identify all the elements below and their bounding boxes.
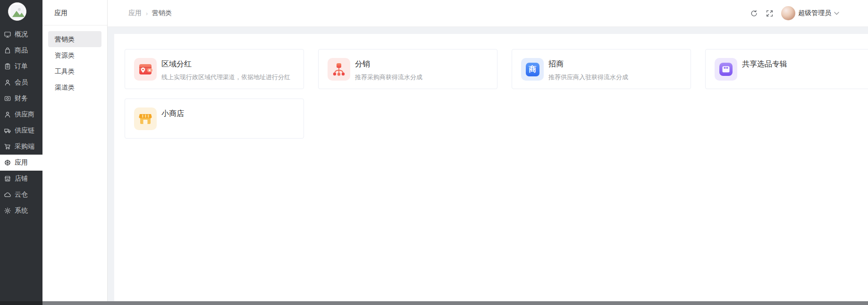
sidebar-item-procurement[interactable]: 采购端 (0, 139, 42, 155)
app-card-shared-selection-album[interactable]: 共享选品专辑 (705, 49, 868, 89)
topbar: 应用 › 营销类 超级管理员 (108, 0, 868, 27)
content-panel: 区域分红 线上实现行政区域代理渠道，依据地址进行分红 分销 推荐采购商获得流水分… (114, 34, 868, 301)
fullscreen-icon[interactable] (766, 9, 774, 17)
secondary-sidebar: 应用 营销类资源类工具类渠道类 (42, 0, 108, 301)
cart-icon (4, 143, 11, 150)
refresh-icon[interactable] (750, 9, 758, 17)
secondary-sidebar-list: 营销类资源类工具类渠道类 (42, 25, 107, 95)
network-icon (328, 58, 350, 81)
breadcrumb-current: 营销类 (152, 9, 172, 17)
breadcrumb: 应用 › 营销类 (128, 9, 172, 17)
app-card-title: 共享选品专辑 (742, 59, 787, 69)
content-area: 区域分红 线上实现行政区域代理渠道，依据地址进行分红 分销 推荐采购商获得流水分… (108, 27, 868, 301)
app-card-title: 招商 (548, 59, 628, 69)
sidebar-item-orders[interactable]: 订单 (0, 58, 42, 74)
sidebar-item-label: 应用 (15, 158, 28, 167)
sidebar-item-label: 供应商 (15, 110, 34, 119)
order-icon (4, 63, 11, 70)
app-card-title: 区域分红 (161, 59, 290, 69)
sidebar-item-supply-chain[interactable]: 供应链 (0, 123, 42, 139)
app-card-title: 小商店 (161, 108, 184, 119)
sidebar-item-finance[interactable]: 财务 (0, 91, 42, 107)
secondary-sidebar-title: 应用 (42, 0, 107, 25)
goods-bag-icon (4, 47, 11, 54)
breadcrumb-separator-icon: › (146, 10, 148, 17)
sidebar-item-label: 商品 (15, 46, 28, 55)
app-card-distribution[interactable]: 分销 推荐采购商获得流水分成 (318, 49, 497, 89)
sidebar-item-overview[interactable]: 概况 (0, 26, 42, 42)
sidebar-item-cloud-warehouse[interactable]: 云仓 (0, 187, 42, 203)
horizontal-scrollbar[interactable] (0, 301, 868, 305)
horizontal-scrollbar-corner (0, 301, 42, 305)
badge-character: 商 (526, 63, 539, 76)
sidebar-item-goods[interactable]: 商品 (0, 42, 42, 58)
sidebar-item-label: 会员 (15, 78, 28, 87)
sidebar-item-label: 供应链 (15, 126, 34, 135)
app-card-description: 推荐供应商入驻获得流水分成 (548, 73, 628, 82)
logo-image-placeholder (10, 5, 25, 19)
user-name: 超级管理员 (798, 9, 831, 17)
sidebar-item-system[interactable]: 系统 (0, 203, 42, 219)
member-icon (4, 79, 11, 86)
submenu-item-resources[interactable]: 资源类 (48, 47, 101, 63)
app-card-merchant-recruit[interactable]: 商 招商 推荐供应商入驻获得流水分成 (512, 49, 691, 89)
sidebar-item-label: 财务 (15, 94, 28, 103)
app-card-description: 推荐采购商获得流水分成 (355, 73, 422, 82)
gear-icon (4, 207, 11, 214)
app-card-region-dividend[interactable]: 区域分红 线上实现行政区域代理渠道，依据地址进行分红 (125, 49, 304, 89)
apps-wheel-icon (4, 159, 11, 166)
finance-icon (4, 95, 11, 102)
sidebar-item-shop[interactable]: 店铺 (0, 171, 42, 187)
horizontal-scrollbar-thumb[interactable] (42, 301, 868, 305)
sidebar-item-label: 店铺 (15, 174, 28, 183)
submenu-item-tools[interactable]: 工具类 (48, 63, 101, 79)
sidebar-item-label: 概况 (15, 30, 28, 39)
sidebar-item-label: 订单 (15, 62, 28, 71)
app-window: 概况 商品 订单 会员 财务 供应商 供应链 采购端 应用 店铺 云仓 系统 应… (0, 0, 868, 301)
storefront-icon (134, 107, 157, 130)
merchant-badge-icon: 商 (521, 58, 544, 81)
sidebar-item-label: 系统 (15, 206, 28, 215)
primary-sidebar-nav: 概况 商品 订单 会员 财务 供应商 供应链 采购端 应用 店铺 云仓 系统 (0, 26, 42, 219)
sidebar-item-supplier[interactable]: 供应商 (0, 107, 42, 123)
main-column: 应用 › 营销类 超级管理员 (108, 0, 868, 301)
dashboard-icon (4, 31, 11, 38)
app-card-mini-shop[interactable]: 小商店 (125, 99, 304, 139)
wallet-location-icon (134, 58, 157, 81)
storefront-line-icon (4, 175, 11, 182)
user-menu[interactable]: 超级管理员 (781, 6, 839, 20)
primary-sidebar: 概况 商品 订单 会员 财务 供应商 供应链 采购端 应用 店铺 云仓 系统 (0, 0, 42, 301)
submenu-item-marketing[interactable]: 营销类 (48, 31, 101, 47)
app-card-description: 线上实现行政区域代理渠道，依据地址进行分红 (161, 73, 290, 82)
sidebar-item-members[interactable]: 会员 (0, 74, 42, 91)
submenu-item-channels[interactable]: 渠道类 (48, 79, 101, 95)
topbar-actions: 超级管理员 (750, 6, 839, 20)
user-avatar (781, 6, 795, 20)
supplier-icon (4, 111, 11, 118)
app-logo (8, 2, 26, 21)
app-card-title: 分销 (355, 59, 422, 69)
breadcrumb-root[interactable]: 应用 (128, 9, 142, 17)
truck-icon (4, 127, 11, 134)
cloud-icon (4, 191, 11, 198)
sidebar-item-apps[interactable]: 应用 (0, 155, 42, 171)
sidebar-item-label: 云仓 (15, 190, 28, 199)
app-cards-grid: 区域分红 线上实现行政区域代理渠道，依据地址进行分红 分销 推荐采购商获得流水分… (125, 49, 868, 139)
package-icon (715, 58, 737, 81)
chevron-down-icon (834, 12, 839, 15)
sidebar-item-label: 采购端 (15, 142, 34, 151)
